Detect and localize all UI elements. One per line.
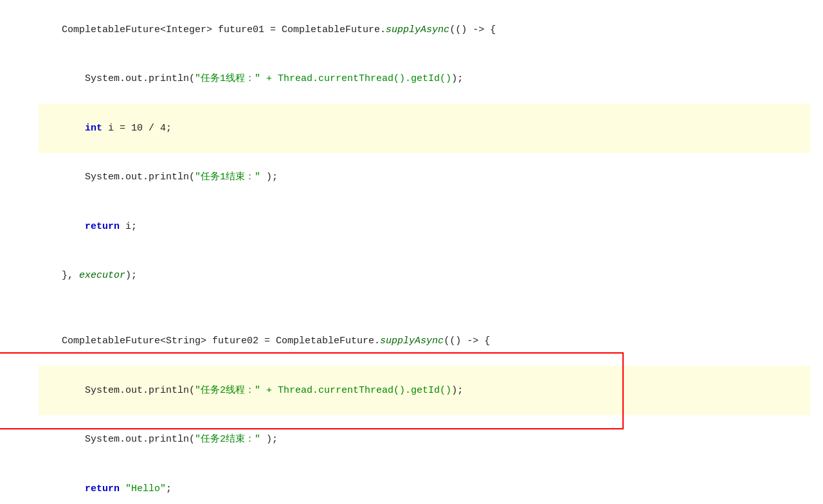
- code-line-3: int i = 10 / 4;: [39, 104, 810, 153]
- code-line-10: System.out.println("任务2结束：" );: [39, 415, 810, 465]
- code-line-5: return i;: [39, 202, 810, 251]
- code-line-4: System.out.println("任务1结束：" );: [39, 153, 810, 203]
- code-line-8: CompletableFuture<String> future02 = Com…: [39, 317, 810, 366]
- code-line-11: return "Hello";: [39, 464, 810, 504]
- code-line-1: CompletableFuture<Integer> future01 = Co…: [39, 5, 810, 55]
- code-line-7: [39, 300, 810, 317]
- code-line-9: System.out.println("任务2线程：" + Thread.cur…: [39, 366, 810, 415]
- code-line-2: System.out.println("任务1线程：" + Thread.cur…: [39, 55, 810, 104]
- code-line-6: }, executor);: [39, 251, 810, 301]
